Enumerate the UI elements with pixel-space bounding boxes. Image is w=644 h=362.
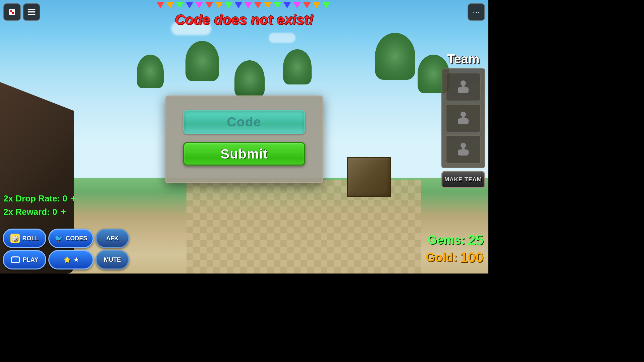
- code-dialog: Submit: [165, 96, 323, 183]
- cloud-2: [269, 33, 296, 43]
- gold-value: 100: [460, 249, 483, 265]
- currencies-panel: Gems: 25 Gold: 100: [426, 232, 483, 267]
- reward-plus[interactable]: +: [60, 206, 66, 217]
- flag-8: [234, 2, 243, 8]
- gems-row: Gems: 25: [426, 232, 483, 248]
- play-button[interactable]: PLAY: [3, 250, 46, 269]
- gems-value: 25: [468, 232, 483, 248]
- drop-rate-row: 2x Drop Rate: 0 +: [3, 193, 76, 204]
- flag-2: [176, 2, 184, 8]
- svg-rect-3: [28, 9, 36, 10]
- submit-button[interactable]: Submit: [183, 142, 305, 166]
- flag-16: [313, 2, 321, 8]
- top-left-icons: [3, 3, 40, 21]
- codes-label: CODES: [66, 235, 87, 242]
- svg-rect-6: [461, 80, 466, 86]
- afk-label: AFK: [106, 235, 119, 242]
- menu-icon: [26, 7, 37, 17]
- bg-tree-3: [234, 60, 265, 97]
- twitter-icon: 🐦: [55, 234, 63, 242]
- flag-7: [225, 2, 233, 8]
- team-slots: [441, 68, 485, 168]
- flag-5: [205, 2, 213, 8]
- gems-label: Gems:: [427, 233, 465, 247]
- code-input[interactable]: [183, 110, 305, 134]
- flag-10: [254, 2, 262, 8]
- star-icon: ⭐: [63, 256, 71, 263]
- team-panel-label: Team: [441, 52, 485, 66]
- roll-label: ROLL: [22, 235, 39, 242]
- flag-17: [322, 2, 330, 8]
- svg-rect-4: [28, 11, 36, 13]
- mute-button[interactable]: MUTE: [96, 250, 129, 269]
- error-message: Code does not exist!: [175, 12, 313, 28]
- gold-label: Gold:: [426, 250, 457, 264]
- afk-button[interactable]: AFK: [96, 229, 129, 248]
- svg-rect-1: [10, 10, 12, 12]
- flag-14: [293, 2, 301, 8]
- reward-row: 2x Reward: 0 +: [3, 206, 76, 217]
- codes-button[interactable]: 🐦 CODES: [48, 229, 94, 248]
- drop-rate-label: 2x Drop Rate: 0: [3, 193, 67, 204]
- more-options-button[interactable]: ⋯: [468, 3, 485, 21]
- star-button[interactable]: ⭐ ★: [48, 250, 94, 269]
- svg-rect-12: [461, 143, 466, 148]
- flag-11: [264, 2, 272, 8]
- svg-rect-14: [462, 147, 465, 150]
- star-label: ★: [73, 256, 79, 263]
- svg-rect-5: [28, 14, 36, 15]
- team-slot-3[interactable]: [446, 135, 481, 164]
- flag-1: [166, 2, 174, 8]
- roll-button[interactable]: 🎲 ROLL: [3, 229, 46, 248]
- roblox-logo-icon: [7, 7, 17, 17]
- team-slot-2[interactable]: [446, 104, 481, 132]
- make-team-button[interactable]: MAKE TEAM: [441, 171, 485, 188]
- svg-rect-11: [462, 116, 465, 119]
- mute-label: MUTE: [104, 256, 121, 263]
- flag-9: [244, 2, 252, 8]
- menu-button[interactable]: [23, 3, 40, 21]
- svg-rect-10: [458, 118, 469, 124]
- crate: [347, 157, 391, 197]
- flag-13: [283, 2, 291, 8]
- svg-rect-2: [12, 12, 14, 14]
- flag-0: [156, 2, 164, 8]
- more-icon: ⋯: [473, 8, 480, 16]
- flag-3: [185, 2, 194, 8]
- team-slot-2-icon: [455, 110, 471, 126]
- dice-icon: 🎲: [10, 234, 20, 243]
- flag-15: [303, 2, 311, 8]
- team-slot-1[interactable]: [446, 73, 481, 101]
- svg-rect-9: [461, 112, 466, 117]
- bottom-toolbar: 🎲 ROLL 🐦 CODES AFK PLAY ⭐ ★ MUTE: [3, 229, 129, 269]
- flag-12: [273, 2, 281, 8]
- team-slot-1-icon: [455, 79, 471, 95]
- flag-4: [195, 2, 203, 8]
- svg-rect-7: [458, 87, 469, 93]
- team-slot-3-icon: [455, 141, 471, 158]
- gold-row: Gold: 100: [426, 249, 483, 265]
- svg-rect-13: [458, 149, 469, 156]
- flag-6: [215, 2, 223, 8]
- bg-tree-4: [283, 49, 312, 84]
- bottom-stats: 2x Drop Rate: 0 + 2x Reward: 0 +: [3, 193, 76, 220]
- play-label: PLAY: [23, 256, 38, 263]
- team-panel: Team MAKE TEAM: [441, 52, 485, 188]
- svg-rect-8: [462, 85, 465, 88]
- drop-rate-plus[interactable]: +: [71, 193, 76, 204]
- roblox-icon-button[interactable]: [3, 3, 21, 21]
- bg-tree-5: [375, 33, 415, 80]
- gamepad-icon: [11, 256, 20, 263]
- bg-tree-1: [137, 55, 164, 88]
- reward-label: 2x Reward: 0: [3, 207, 57, 217]
- bg-tree-2: [185, 41, 219, 81]
